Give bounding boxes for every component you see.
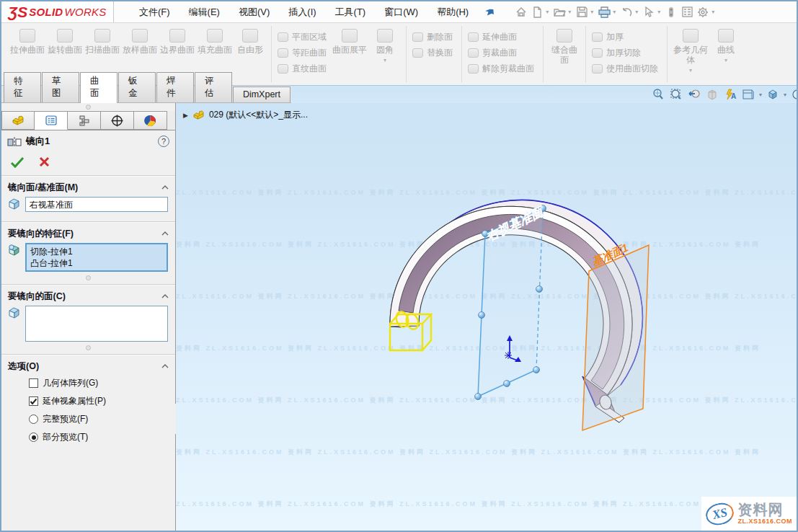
undo-dropdown[interactable]: ▾ bbox=[635, 9, 638, 15]
graphics-viewport[interactable]: ZL.XS1616.COM 资料网 ZL.XS1616.COM 资料网 ZL.X… bbox=[176, 103, 797, 531]
ribbon-button-extend-surface[interactable]: 延伸曲面 bbox=[466, 30, 538, 43]
select-cursor-icon[interactable] bbox=[642, 5, 656, 19]
ribbon-button-cut-with-surface[interactable]: 使用曲面切除 bbox=[590, 62, 662, 75]
ribbon-button-replace-face[interactable]: 替换面 bbox=[411, 46, 457, 59]
ribbon-button-revolved-surface[interactable]: 旋转曲面 bbox=[46, 26, 84, 55]
hide-show-items-icon[interactable] bbox=[789, 87, 797, 102]
section-mirror-plane[interactable]: 镜向面/基准面(M) bbox=[1, 179, 175, 195]
view-orientation-icon[interactable] bbox=[740, 87, 756, 102]
properties-icon[interactable] bbox=[680, 5, 694, 19]
reference-geometry-dropdown[interactable]: ▾ bbox=[689, 67, 692, 74]
mirror-plane-field[interactable]: 右视基准面 bbox=[25, 197, 168, 212]
pin-menu-icon[interactable] bbox=[479, 1, 500, 23]
collapse-chevron-icon[interactable] bbox=[161, 294, 169, 298]
collapse-chevron-icon[interactable] bbox=[161, 185, 169, 190]
ribbon-button-extruded-surface[interactable]: 拉伸曲面 bbox=[9, 26, 46, 55]
menu-view[interactable]: 视图(V) bbox=[229, 1, 279, 22]
ribbon-button-planar-surface[interactable]: 平面区域 bbox=[276, 30, 331, 43]
display-style-icon[interactable] bbox=[765, 87, 781, 102]
print-icon[interactable] bbox=[597, 5, 611, 19]
select-dropdown[interactable]: ▾ bbox=[657, 9, 660, 15]
option-geometry-pattern[interactable]: 几何体阵列(G) bbox=[1, 374, 175, 392]
list-item[interactable]: 凸台-拉伸1 bbox=[30, 257, 163, 269]
ribbon-button-freeform[interactable]: 自由形 bbox=[234, 26, 267, 55]
option-full-preview[interactable]: 完整预览(F) bbox=[1, 410, 175, 428]
ribbon-button-lofted-surface[interactable]: 放样曲面 bbox=[121, 26, 159, 55]
tab-feature-tree[interactable] bbox=[1, 111, 35, 130]
model-canvas[interactable]: 基准面1 bbox=[176, 103, 797, 531]
option-propagate-visual-properties[interactable]: 延伸视象属性(P) bbox=[1, 392, 175, 410]
tab-dimxpert[interactable]: DimXpert bbox=[233, 87, 291, 102]
ribbon-button-filled-surface[interactable]: 填充曲面 bbox=[196, 26, 234, 55]
display-style-dropdown[interactable]: ▾ bbox=[784, 92, 786, 98]
radio-unselected[interactable] bbox=[29, 414, 38, 424]
menu-file[interactable]: 文件(F) bbox=[130, 1, 179, 22]
ribbon-button-offset-surface[interactable]: 等距曲面 bbox=[276, 46, 331, 59]
faces-to-mirror-list[interactable] bbox=[25, 306, 168, 342]
panel-splitter-handle[interactable] bbox=[1, 103, 175, 111]
home-icon[interactable] bbox=[514, 5, 528, 19]
radio-selected[interactable] bbox=[29, 433, 38, 442]
list-resize-grip[interactable] bbox=[86, 275, 91, 280]
tab-surfaces[interactable]: 曲面 bbox=[80, 72, 118, 103]
toggle-icon[interactable] bbox=[664, 5, 678, 19]
orange-reference-plane[interactable]: 基准面1 bbox=[582, 241, 649, 430]
menu-tools[interactable]: 工具(T) bbox=[326, 1, 376, 22]
menu-edit[interactable]: 编辑(E) bbox=[179, 1, 229, 22]
previous-view-icon[interactable] bbox=[686, 87, 702, 102]
options-dropdown[interactable]: ▾ bbox=[711, 9, 714, 15]
checkbox-unchecked[interactable] bbox=[29, 378, 38, 388]
ribbon-button-thicken[interactable]: 加厚 bbox=[590, 30, 662, 43]
ribbon-button-reference-geometry[interactable]: 参考几何体▾ bbox=[672, 26, 709, 74]
options-gear-icon[interactable] bbox=[696, 5, 710, 19]
tab-sheet-metal[interactable]: 钣金 bbox=[118, 72, 156, 102]
section-options[interactable]: 选项(O) bbox=[1, 358, 175, 374]
ribbon-button-delete-face[interactable]: 删除面 bbox=[411, 30, 457, 43]
ok-button[interactable] bbox=[10, 156, 25, 168]
tab-evaluate[interactable]: 评估 bbox=[195, 72, 232, 102]
section-faces-to-mirror[interactable]: 要镜向的面(C) bbox=[1, 288, 175, 304]
save-dropdown[interactable]: ▾ bbox=[590, 9, 593, 15]
help-button[interactable]: ? bbox=[158, 136, 169, 147]
zoom-to-fit-icon[interactable] bbox=[650, 87, 666, 102]
ribbon-button-curves[interactable]: 曲线▾ bbox=[709, 26, 742, 63]
ribbon-button-thickened-cut[interactable]: 加厚切除 bbox=[590, 46, 662, 59]
view-orientation-dropdown[interactable]: ▾ bbox=[759, 92, 762, 98]
option-partial-preview[interactable]: 部分预览(T) bbox=[1, 428, 175, 446]
new-file-icon[interactable] bbox=[530, 5, 544, 19]
fillet-dropdown[interactable]: ▾ bbox=[384, 57, 386, 63]
print-dropdown[interactable]: ▾ bbox=[613, 9, 616, 15]
menu-insert[interactable]: 插入(I) bbox=[279, 1, 325, 22]
tab-property-manager[interactable] bbox=[35, 111, 68, 130]
ribbon-button-ruled-surface[interactable]: 直纹曲面 bbox=[276, 62, 331, 75]
blue-mirror-plane[interactable]: 右视基准面 bbox=[475, 204, 548, 400]
zoom-to-area-icon[interactable] bbox=[668, 87, 684, 102]
list-item[interactable]: 切除-拉伸1 bbox=[30, 246, 163, 257]
ribbon-button-fillet[interactable]: 圆角▾ bbox=[368, 26, 402, 63]
ribbon-button-untrim-surface[interactable]: 解除剪裁曲面 bbox=[466, 62, 538, 75]
section-view-icon[interactable] bbox=[704, 87, 720, 102]
curves-dropdown[interactable]: ▾ bbox=[724, 57, 727, 63]
save-icon[interactable] bbox=[575, 5, 589, 19]
new-file-dropdown[interactable]: ▾ bbox=[546, 9, 549, 15]
section-features-to-mirror[interactable]: 要镜向的特征(F) bbox=[1, 226, 175, 241]
menu-window[interactable]: 窗口(W) bbox=[375, 1, 427, 22]
ribbon-button-knit-surface[interactable]: 缝合曲面 bbox=[548, 26, 581, 65]
collapse-chevron-icon[interactable] bbox=[161, 364, 169, 368]
open-file-dropdown[interactable]: ▾ bbox=[568, 9, 571, 15]
tab-features[interactable]: 特征 bbox=[4, 72, 41, 102]
ribbon-button-swept-surface[interactable]: 扫描曲面 bbox=[84, 26, 121, 55]
ribbon-button-flatten-surface[interactable]: 曲面展平 bbox=[331, 26, 368, 55]
tab-weldments[interactable]: 焊件 bbox=[156, 72, 194, 102]
undo-icon[interactable] bbox=[619, 5, 634, 19]
menu-help[interactable]: 帮助(H) bbox=[427, 1, 478, 22]
ribbon-button-boundary-surface[interactable]: 边界曲面 bbox=[159, 26, 196, 55]
tab-sketch[interactable]: 草图 bbox=[42, 72, 79, 102]
tab-dimxpert-manager[interactable] bbox=[101, 111, 134, 130]
cancel-button[interactable] bbox=[39, 156, 50, 167]
tab-configuration-manager[interactable] bbox=[68, 111, 101, 130]
features-to-mirror-list[interactable]: 切除-拉伸1 凸台-拉伸1 bbox=[25, 243, 168, 272]
checkbox-checked[interactable] bbox=[29, 396, 38, 406]
ribbon-button-trim-surface[interactable]: 剪裁曲面 bbox=[466, 46, 538, 59]
open-file-icon[interactable] bbox=[552, 5, 567, 19]
